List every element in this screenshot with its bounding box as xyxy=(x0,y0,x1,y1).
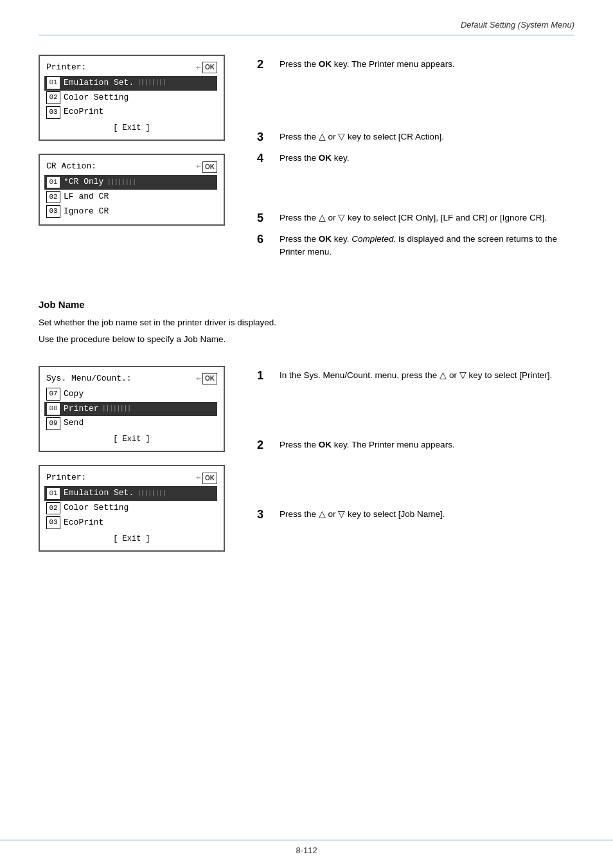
job-step-2: 2 Press the OK key. The Printer menu app… xyxy=(257,439,574,452)
header-title: Default Setting (System Menu) xyxy=(461,20,574,30)
job-name-instruction: Sys. Menu/Count.: ⇦ OK 07 Copy 08 Printe… xyxy=(39,366,574,565)
screen1-row1: 01 Emulation Set. |||||||| xyxy=(44,76,217,91)
cr-action-section: Printer: ⇦ OK 01 Emulation Set. ||||||||… xyxy=(39,55,574,267)
ok-icon-4: ⇦ OK xyxy=(196,473,217,484)
screen3-row3: 03 EcoPrint xyxy=(46,516,217,530)
screen1-row3: 03 EcoPrint xyxy=(46,105,217,120)
step-3: 3 Press the △ or ▽ key to select [CR Act… xyxy=(257,131,574,144)
page-number: 8-112 xyxy=(296,845,317,855)
screen1-exit: [ Exit ] xyxy=(46,122,217,134)
page-footer: 8-112 xyxy=(0,840,613,855)
job-screens-col: Sys. Menu/Count.: ⇦ OK 07 Copy 08 Printe… xyxy=(39,366,244,565)
sys-row2: 08 Printer |||||||| xyxy=(44,402,217,417)
printer-menu-screen-2: Printer: ⇦ OK 01 Emulation Set. ||||||||… xyxy=(39,465,225,551)
screens-col-1: Printer: ⇦ OK 01 Emulation Set. ||||||||… xyxy=(39,55,244,267)
sys-exit: [ Exit ] xyxy=(46,433,217,446)
sys-screen-title: Sys. Menu/Count.: xyxy=(46,372,132,386)
ok-icon-1: ⇦ OK xyxy=(196,62,217,73)
printer-menu-screen-1: Printer: ⇦ OK 01 Emulation Set. ||||||||… xyxy=(39,55,225,141)
page-header: Default Setting (System Menu) xyxy=(39,19,574,35)
screen3-exit: [ Exit ] xyxy=(46,533,217,545)
screen2-title: CR Action: xyxy=(46,160,96,174)
cr-action-screen: CR Action: ⇦ OK 01 *CR Only |||||||| 02 … xyxy=(39,154,225,225)
job-name-section: Job Name Set whether the job name set in… xyxy=(39,299,574,565)
sys-row1: 07 Copy xyxy=(46,387,217,402)
screen2-row2: 02 LF and CR xyxy=(46,190,217,204)
step-4: 4 Press the OK key. xyxy=(257,152,574,165)
step-2: 2 Press the OK key. The Printer menu app… xyxy=(257,58,574,71)
page: Default Setting (System Menu) Printer: ⇦… xyxy=(0,0,613,603)
ok-icon-3: ⇦ OK xyxy=(196,373,217,384)
steps-col-1: 2 Press the OK key. The Printer menu app… xyxy=(257,55,574,267)
step-5: 5 Press the △ or ▽ key to select [CR Onl… xyxy=(257,212,574,225)
job-steps-col: 1 In the Sys. Menu/Count. menu, press th… xyxy=(257,366,574,565)
screen3-row2: 02 Color Setting xyxy=(46,501,217,516)
job-name-desc1: Set whether the job name set in the prin… xyxy=(39,316,574,329)
sys-row3: 09 Send xyxy=(46,416,217,431)
ok-icon-2: ⇦ OK xyxy=(196,161,217,173)
screen2-row3: 03 Ignore CR xyxy=(46,204,217,219)
step-6: 6 Press the OK key. Completed. is displa… xyxy=(257,233,574,259)
job-step-3: 3 Press the △ or ▽ key to select [Job Na… xyxy=(257,508,574,521)
sys-menu-screen: Sys. Menu/Count.: ⇦ OK 07 Copy 08 Printe… xyxy=(39,366,225,452)
screen1-title: Printer: xyxy=(46,61,86,75)
job-name-desc2: Use the procedure below to specify a Job… xyxy=(39,333,574,346)
screen2-row1: 01 *CR Only |||||||| xyxy=(44,175,217,190)
screen3-title: Printer: xyxy=(46,471,86,485)
screen1-row2: 02 Color Setting xyxy=(46,91,217,105)
job-name-heading: Job Name xyxy=(39,299,574,310)
job-step-1: 1 In the Sys. Menu/Count. menu, press th… xyxy=(257,369,574,383)
screen3-row1: 01 Emulation Set. |||||||| xyxy=(44,486,217,501)
